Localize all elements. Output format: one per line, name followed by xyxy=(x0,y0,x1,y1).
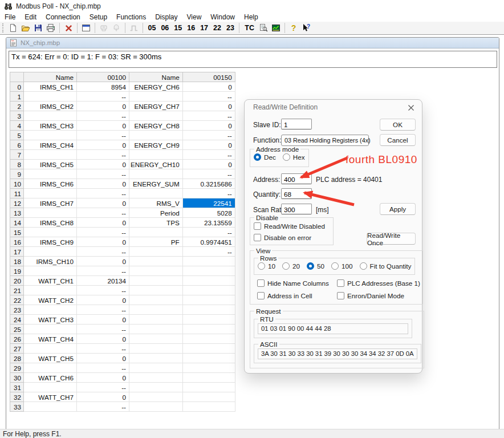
grid-cell[interactable]: 0 xyxy=(77,121,129,131)
grid-cell[interactable]: IRMS_CH1 xyxy=(24,82,77,92)
grid-cell[interactable] xyxy=(182,344,235,354)
grid-cell[interactable]: ENERGY_CH9 xyxy=(129,140,183,150)
grid-cell[interactable] xyxy=(24,286,77,295)
checkbox-disable-on-error[interactable]: Disable on error xyxy=(254,234,330,241)
grid-cell[interactable] xyxy=(129,325,183,334)
menu-functions[interactable]: Functions xyxy=(112,13,151,22)
grid-cell[interactable] xyxy=(129,402,183,412)
radio-20[interactable]: 20 xyxy=(282,262,300,270)
grid-cell[interactable] xyxy=(129,344,183,354)
read-write-once-button[interactable]: Read/Write Once xyxy=(367,233,416,245)
radio-10[interactable]: 10 xyxy=(258,262,275,270)
grid-cell[interactable]: TPS xyxy=(129,218,183,228)
grid-cell[interactable]: 0 xyxy=(77,237,129,247)
grid-cell[interactable]: -- xyxy=(182,92,235,102)
grid-cell[interactable]: 0 xyxy=(77,295,129,305)
cancel-button[interactable]: Cancel xyxy=(380,134,416,146)
grid-cell[interactable]: -- xyxy=(182,247,235,257)
grid-cell[interactable]: WATT_CH3 xyxy=(24,315,77,325)
menu-edit[interactable]: Edit xyxy=(20,13,41,22)
grid-cell[interactable]: IRMS_CH6 xyxy=(24,179,77,189)
grid-cell[interactable]: PF xyxy=(129,237,183,247)
grid-cell[interactable]: IRMS_CH2 xyxy=(24,102,77,111)
grid-cell[interactable] xyxy=(129,257,183,266)
grid-cell[interactable]: IRMS_CH5 xyxy=(24,160,77,169)
grid-cell[interactable] xyxy=(129,392,183,402)
help-button[interactable]: ? xyxy=(287,22,300,34)
grid-cell[interactable] xyxy=(24,111,77,121)
radio-hex[interactable]: Hex xyxy=(283,153,305,161)
radio-100[interactable]: 100 xyxy=(331,262,353,270)
grid-cell[interactable]: -- xyxy=(77,131,129,140)
grid-cell[interactable]: IRMS_CH3 xyxy=(24,121,77,131)
checkbox-read-write-disabled[interactable]: Read/Write Disabled xyxy=(254,222,330,230)
checkbox-enron-daniel-mode[interactable]: Enron/Daniel Mode xyxy=(337,292,420,299)
grid-cell[interactable] xyxy=(24,383,77,392)
grid-cell[interactable] xyxy=(182,334,235,344)
radio-fit-to-quantity[interactable]: Fit to Quantity xyxy=(360,262,412,270)
grid-cell[interactable]: -- xyxy=(77,266,129,276)
checkbox-hide-name-columns[interactable]: Hide Name Columns xyxy=(257,279,336,287)
grid-cell[interactable] xyxy=(182,354,235,363)
save-button[interactable] xyxy=(32,22,44,34)
grid-cell[interactable]: IRMS_CH8 xyxy=(24,218,77,228)
new-button[interactable] xyxy=(7,22,19,34)
grid-cell[interactable] xyxy=(129,276,183,286)
grid-cell[interactable] xyxy=(182,266,235,276)
grid-cell[interactable]: Period xyxy=(129,208,183,218)
grid-cell[interactable] xyxy=(129,286,183,295)
function-button-16[interactable]: 16 xyxy=(185,24,198,32)
grid-cell[interactable] xyxy=(182,363,235,373)
grid-cell[interactable]: 0 xyxy=(77,257,129,266)
disconnect-button[interactable] xyxy=(62,22,75,34)
grid-cell[interactable] xyxy=(182,305,235,315)
grid-cell[interactable] xyxy=(129,383,183,392)
grid-cell[interactable]: -- xyxy=(182,150,235,160)
grid-cell[interactable]: ENERGY_CH7 xyxy=(129,102,183,111)
function-button-17[interactable]: 17 xyxy=(198,24,211,32)
checkbox-address-in-cell[interactable]: Address in Cell xyxy=(257,292,336,299)
address-field[interactable] xyxy=(281,173,312,184)
grid-cell[interactable] xyxy=(24,305,77,315)
grid-cell[interactable]: 0 xyxy=(182,121,235,131)
grid-cell[interactable]: WATT_CH1 xyxy=(24,276,77,286)
grid-cell[interactable]: -- xyxy=(77,383,129,392)
grid-cell[interactable] xyxy=(182,383,235,392)
grid-cell[interactable]: 5028 xyxy=(182,208,235,218)
radio-50[interactable]: 50 xyxy=(307,262,324,270)
grid-cell[interactable]: -- xyxy=(77,228,129,237)
grid-cell[interactable]: IRMS_CH4 xyxy=(24,140,77,150)
grid-cell[interactable] xyxy=(129,363,183,373)
grid-cell[interactable] xyxy=(129,92,183,102)
grid-cell[interactable]: 0 xyxy=(77,198,129,208)
grid-cell[interactable]: 0 xyxy=(77,334,129,344)
poll-button[interactable] xyxy=(97,22,110,34)
function-button-22[interactable]: 22 xyxy=(211,24,224,32)
grid-cell[interactable]: -- xyxy=(77,189,129,198)
grid-cell[interactable] xyxy=(129,228,183,237)
grid-cell[interactable]: -- xyxy=(77,92,129,102)
grid-cell[interactable] xyxy=(24,344,77,354)
grid-cell[interactable] xyxy=(129,305,183,315)
grid-cell[interactable]: 0 xyxy=(77,315,129,325)
ok-button[interactable]: OK xyxy=(380,119,416,131)
grid-cell[interactable]: -- xyxy=(77,344,129,354)
grid-cell[interactable]: RMS_V xyxy=(129,198,183,208)
function-button-05[interactable]: 05 xyxy=(145,24,158,32)
find-button[interactable] xyxy=(257,22,270,34)
grid-cell[interactable]: -- xyxy=(77,325,129,334)
grid-cell[interactable] xyxy=(182,295,235,305)
grid-cell[interactable] xyxy=(129,373,183,383)
grid-cell[interactable]: WATT_CH4 xyxy=(24,334,77,344)
grid-cell[interactable] xyxy=(129,295,183,305)
grid-cell[interactable]: -- xyxy=(77,286,129,295)
grid-cell[interactable]: 23.13559 xyxy=(182,218,235,228)
grid-cell[interactable]: 0 xyxy=(77,354,129,363)
grid-cell[interactable]: ENERGY_CH6 xyxy=(129,82,183,92)
grid-cell[interactable]: 0 xyxy=(77,218,129,228)
grid-cell[interactable]: 0 xyxy=(77,179,129,189)
grid-cell[interactable]: 8954 xyxy=(77,82,129,92)
grid-cell[interactable]: -- xyxy=(182,228,235,237)
grid-cell[interactable]: -- xyxy=(77,111,129,121)
grid-cell[interactable] xyxy=(24,363,77,373)
